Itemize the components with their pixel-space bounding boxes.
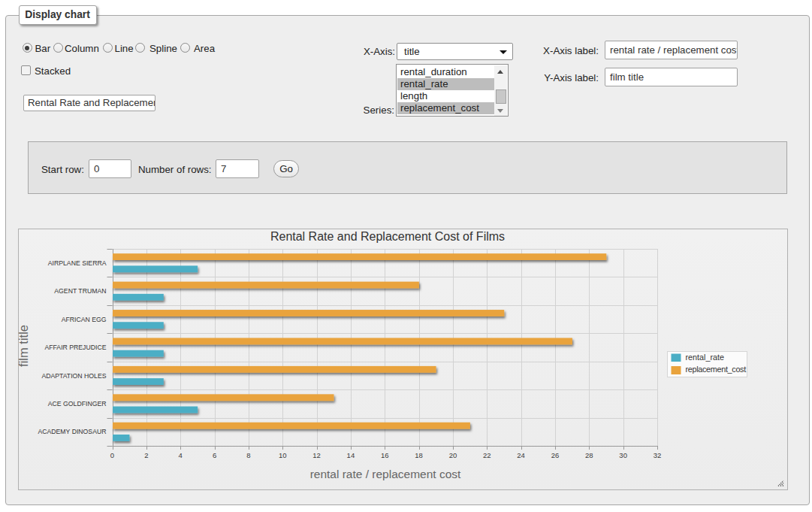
svg-text:AFRICAN EGG: AFRICAN EGG [62, 316, 107, 323]
svg-text:32: 32 [654, 451, 662, 459]
svg-text:30: 30 [619, 451, 627, 459]
svg-text:ACE GOLDFINGER: ACE GOLDFINGER [48, 400, 107, 407]
svg-text:4: 4 [179, 451, 183, 459]
svg-text:16: 16 [381, 451, 389, 459]
svg-text:AIRPLANE SIERRA: AIRPLANE SIERRA [48, 259, 107, 267]
svg-text:rental_rate: rental_rate [686, 353, 725, 362]
svg-text:ADAPTATION HOLES: ADAPTATION HOLES [41, 372, 106, 380]
svg-text:14: 14 [347, 451, 355, 459]
svg-text:ACADEMY DINOSAUR: ACADEMY DINOSAUR [38, 428, 106, 435]
svg-text:Rental Rate and Replacement Co: Rental Rate and Replacement Cost of Film… [270, 230, 505, 243]
svg-text:10: 10 [279, 451, 287, 459]
svg-text:26: 26 [551, 451, 560, 459]
svg-text:0: 0 [110, 451, 114, 459]
svg-text:AFFAIR PREJUDICE: AFFAIR PREJUDICE [44, 344, 106, 351]
svg-text:24: 24 [517, 451, 525, 459]
svg-text:22: 22 [483, 451, 491, 459]
svg-text:2: 2 [144, 451, 148, 459]
svg-text:rental rate / replacement cost: rental rate / replacement cost [310, 468, 461, 480]
svg-text:18: 18 [415, 451, 423, 459]
svg-text:AGENT TRUMAN: AGENT TRUMAN [54, 287, 106, 295]
svg-text:6: 6 [213, 451, 216, 459]
svg-text:12: 12 [312, 451, 321, 459]
svg-text:replacement_cost: replacement_cost [686, 365, 747, 374]
svg-text:20: 20 [449, 451, 457, 459]
svg-text:film title: film title [18, 325, 30, 367]
svg-text:28: 28 [585, 451, 593, 459]
svg-text:8: 8 [246, 451, 250, 459]
